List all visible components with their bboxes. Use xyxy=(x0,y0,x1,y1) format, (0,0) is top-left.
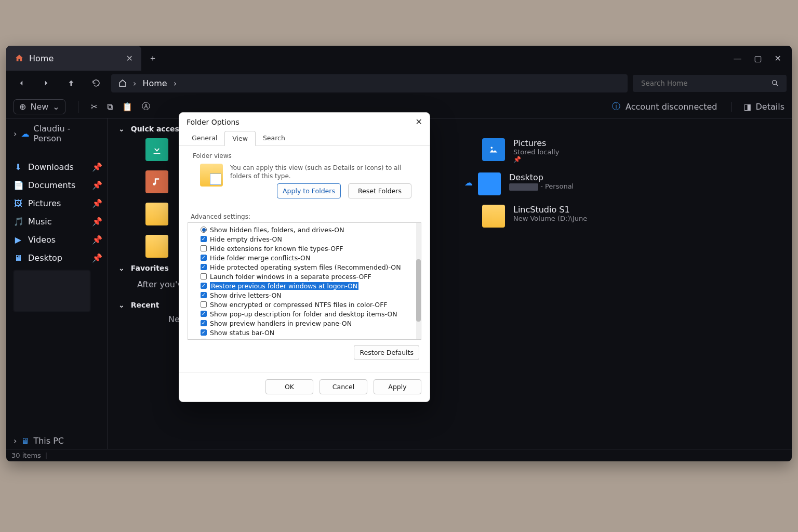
rename-icon[interactable]: Ⓐ xyxy=(142,101,150,112)
pin-icon[interactable]: 📌 xyxy=(92,235,102,245)
radio-icon[interactable] xyxy=(201,227,207,233)
pin-icon[interactable]: 📌 xyxy=(92,180,102,190)
sidebar-item-downloads[interactable]: ⬇Downloads📌 xyxy=(6,158,108,176)
advanced-option[interactable]: Show hidden files, folders, and drives-O… xyxy=(201,225,416,234)
checkbox-icon[interactable] xyxy=(201,329,207,336)
search-input[interactable] xyxy=(640,79,767,88)
new-tab-button[interactable]: ＋ xyxy=(141,46,164,71)
chevron-right-icon: › xyxy=(133,78,136,88)
minimize-button[interactable]: — xyxy=(733,54,741,63)
advanced-option[interactable]: Restore previous folder windows at logon… xyxy=(201,281,416,290)
quick-access-col-left xyxy=(145,138,168,258)
section-label: Recent xyxy=(131,301,159,309)
close-window-button[interactable]: ✕ xyxy=(775,54,781,63)
tile-music[interactable] xyxy=(145,170,168,193)
tab-search[interactable]: Search xyxy=(256,131,292,145)
this-pc-label: This PC xyxy=(33,436,64,446)
checkbox-icon[interactable] xyxy=(201,339,207,340)
scrollbar-thumb[interactable] xyxy=(416,259,421,322)
up-button[interactable] xyxy=(61,78,81,88)
checkbox-icon[interactable] xyxy=(201,255,207,261)
checkbox-icon[interactable] xyxy=(201,320,207,326)
advanced-option[interactable]: Show sync provider notifications-ON xyxy=(201,337,416,340)
back-button[interactable] xyxy=(11,78,31,88)
sidebar-item-documents[interactable]: 📄Documents📌 xyxy=(6,176,108,194)
checkbox-icon[interactable] xyxy=(201,283,207,289)
advanced-option[interactable]: Hide extensions for known file types-OFF xyxy=(201,244,416,253)
tile-folder-1[interactable] xyxy=(145,203,168,225)
reset-folders-button[interactable]: Reset Folders xyxy=(348,183,411,198)
dialog-title: Folder Options xyxy=(187,118,240,126)
pin-icon[interactable]: 📌 xyxy=(92,198,102,208)
copy-icon[interactable]: ⧉ xyxy=(107,102,113,112)
pc-icon: 🖥 xyxy=(21,436,29,446)
option-label: Show status bar-ON xyxy=(210,329,274,337)
advanced-option[interactable]: Hide protected operating system files (R… xyxy=(201,262,416,272)
quick-tile[interactable]: LincStudio S1New Volume (D:)\June xyxy=(464,205,587,228)
advanced-option[interactable]: Launch folder windows in a separate proc… xyxy=(201,272,416,281)
tab-view[interactable]: View xyxy=(224,131,256,146)
sidebar-item-videos[interactable]: ▶Videos📌 xyxy=(6,231,108,249)
sidebar-item-music[interactable]: 🎵Music📌 xyxy=(6,212,108,231)
nav-bar: › Home › xyxy=(6,71,792,96)
search-box[interactable] xyxy=(633,75,787,92)
checkbox-icon[interactable] xyxy=(201,236,207,242)
dialog-tabs: General View Search xyxy=(179,131,430,146)
pin-icon[interactable]: 📌 xyxy=(92,162,102,172)
pin-icon[interactable]: 📌 xyxy=(92,253,102,263)
apply-button[interactable]: Apply xyxy=(374,379,421,394)
advanced-option[interactable]: Show status bar-ON xyxy=(201,328,416,337)
folder-icon: ▶ xyxy=(14,235,23,245)
checkbox-icon[interactable] xyxy=(201,273,207,280)
tree-root[interactable]: › ☁ Claudiu - Person xyxy=(6,121,108,147)
restore-defaults-button[interactable]: Restore Defaults xyxy=(354,345,419,360)
chevron-right-icon[interactable]: › xyxy=(174,78,177,88)
tree-this-pc[interactable]: › 🖥 This PC xyxy=(6,433,108,449)
quick-tile[interactable]: ☁Desktop - Personal xyxy=(464,172,587,195)
status-bar: 30 items | xyxy=(6,449,792,461)
advanced-option[interactable]: Show pop-up description for folder and d… xyxy=(201,309,416,318)
tile-title: LincStudio S1 xyxy=(513,205,587,215)
advanced-option[interactable]: Hide folder merge conflicts-ON xyxy=(201,253,416,262)
checkbox-icon[interactable] xyxy=(201,292,207,298)
advanced-option[interactable]: Hide empty drives-ON xyxy=(201,234,416,244)
advanced-option[interactable]: Show encrypted or compressed NTFS files … xyxy=(201,300,416,309)
close-tab-icon[interactable]: ✕ xyxy=(126,54,133,63)
checkbox-icon[interactable] xyxy=(201,311,207,317)
maximize-button[interactable]: ▢ xyxy=(754,54,762,63)
tile-downloads[interactable] xyxy=(145,138,168,161)
advanced-settings-list[interactable]: Show hidden files, folders, and drives-O… xyxy=(188,222,421,340)
details-pane-button[interactable]: ◨ Details xyxy=(732,102,784,112)
chevron-right-icon: › xyxy=(14,129,17,139)
tab-general[interactable]: General xyxy=(184,131,224,145)
advanced-option[interactable]: Show drive letters-ON xyxy=(201,290,416,300)
pin-icon[interactable]: 📌 xyxy=(92,217,102,227)
dialog-close-button[interactable]: ✕ xyxy=(416,117,422,127)
status-item-count: 30 items xyxy=(11,451,41,459)
cut-icon[interactable]: ✂ xyxy=(91,102,98,112)
refresh-button[interactable] xyxy=(86,78,106,88)
cancel-button[interactable]: Cancel xyxy=(320,379,367,394)
folder-views-group-label: Folder views xyxy=(188,150,421,162)
sidebar-item-desktop[interactable]: 🖥Desktop📌 xyxy=(6,249,108,267)
option-label: Show hidden files, folders, and drives-O… xyxy=(210,226,344,234)
tile-folder-2[interactable] xyxy=(145,235,168,258)
checkbox-icon[interactable] xyxy=(201,245,207,251)
new-button[interactable]: ⊕ New ⌄ xyxy=(14,99,65,114)
folder-icon xyxy=(145,203,168,225)
address-bar[interactable]: › Home › xyxy=(111,74,628,92)
account-status[interactable]: ⓘ Account disconnected xyxy=(612,101,717,112)
quick-tile[interactable]: PicturesStored locally📌 xyxy=(464,138,587,163)
apply-to-folders-button[interactable]: Apply to Folders xyxy=(277,183,341,198)
breadcrumb[interactable]: Home xyxy=(142,78,167,88)
ok-button[interactable]: OK xyxy=(265,379,313,394)
details-label: Details xyxy=(756,102,784,112)
checkbox-icon[interactable] xyxy=(201,264,207,270)
checkbox-icon[interactable] xyxy=(201,301,207,308)
paste-icon[interactable]: 📋 xyxy=(122,102,132,112)
sidebar-item-pictures[interactable]: 🖼Pictures📌 xyxy=(6,194,108,212)
chevron-down-icon: ⌄ xyxy=(118,125,125,133)
advanced-option[interactable]: Show preview handlers in preview pane-ON xyxy=(201,318,416,328)
forward-button[interactable] xyxy=(36,78,56,88)
tab-home[interactable]: Home ✕ xyxy=(6,46,141,71)
